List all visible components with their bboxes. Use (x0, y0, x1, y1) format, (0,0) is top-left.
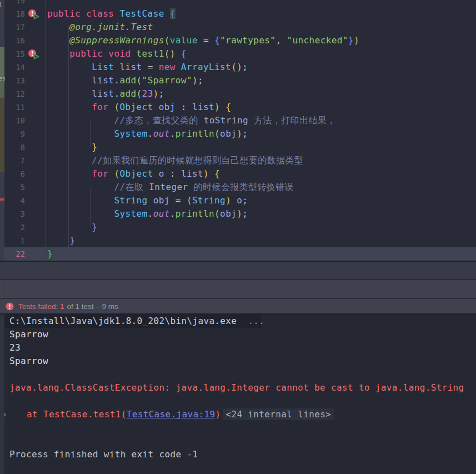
code-line[interactable]: 19 (0, 0, 476, 7)
code-text[interactable]: //如果我们遍历的时候就想得到自己想要的数据类型 (45, 154, 303, 167)
tests-failed-icon (6, 302, 14, 311)
gutter-icon-slot (25, 194, 45, 207)
gutter-icon-slot (25, 234, 45, 247)
gutter-icon-slot (25, 0, 45, 7)
gutter-icon-slot (25, 221, 45, 234)
code-line[interactable]: 18public class TestCase { (0, 7, 476, 21)
code-line[interactable]: 14 List list = new ArrayList(); (0, 61, 476, 74)
console-output-text: Sparrow (9, 329, 48, 340)
stacktrace-text: ) (215, 409, 221, 420)
code-text[interactable]: @SuppressWarnings(value = {"rawtypes", "… (45, 34, 359, 47)
code-text[interactable]: for (Object o : list) { (45, 167, 220, 181)
code-text[interactable]: //在取 Integer 的时候会报类型转换错误 (45, 181, 294, 194)
code-line[interactable]: 11 for (Object obj : list) { (0, 101, 476, 114)
console-line-cmd: C:\Install\Java\jdk1.8.0_202\bin\java.ex… (0, 315, 476, 328)
code-line[interactable]: 7 //如果我们遍历的时候就想得到自己想要的数据类型 (0, 154, 476, 167)
clipped-text-fragment: 1 (0, 1, 2, 8)
gutter-icon-slot (25, 87, 45, 101)
code-text[interactable]: public void test1() { (45, 47, 187, 61)
code-editor[interactable]: 1918public class TestCase {17 @org.junit… (0, 0, 476, 261)
fold-chevron-icon[interactable]: › (2, 408, 7, 421)
console-output-text: Process finished with exit code -1 (9, 449, 198, 460)
test-status-bar: Tests failed: 1 of 1 test – 9 ms (0, 299, 476, 313)
gutter-icon-slot (25, 47, 45, 61)
console-output-text: 23 (9, 342, 21, 353)
command-line-fold[interactable]: ... (237, 316, 264, 326)
left-edge-strip (0, 81, 4, 98)
console-line-blank (0, 421, 476, 435)
clipped-text-fragment: es (0, 75, 6, 82)
console-line-blank (0, 368, 476, 381)
empty-band (0, 262, 476, 279)
gutter-icon-slot (25, 101, 45, 114)
gutter-icon-slot (25, 247, 45, 261)
stacktrace-link[interactable]: TestCase.java:19 (127, 409, 216, 420)
gutter-icon-slot (25, 181, 45, 194)
code-line[interactable]: 16 @SuppressWarnings(value = {"rawtypes"… (0, 34, 476, 47)
code-line[interactable]: 3 System.out.println(obj); (0, 207, 476, 221)
code-line[interactable]: 2 } (0, 221, 476, 234)
code-text[interactable]: System.out.println(obj); (45, 127, 248, 141)
ide-window: 1918public class TestCase {17 @org.junit… (0, 0, 476, 474)
gutter-icon-slot (25, 167, 45, 181)
gutter-icon-slot (25, 21, 45, 34)
gutter-icon-slot (25, 61, 45, 74)
indent-guide (90, 187, 91, 227)
current-code-line[interactable]: 22} (0, 247, 476, 261)
stacktrace-text: at TestCase.test1( (27, 409, 127, 420)
console-line-blank (0, 395, 476, 408)
code-text[interactable]: } (45, 247, 53, 261)
console-line-sys: Process finished with exit code -1 (0, 448, 476, 461)
gutter-icon-slot (25, 114, 45, 127)
left-edge-strip (0, 98, 4, 172)
gutter-icon-slot (25, 74, 45, 87)
indent-guide (68, 27, 69, 247)
code-line[interactable]: 9 System.out.println(obj); (0, 127, 476, 141)
console-output-text: Sparrow (9, 356, 48, 366)
code-line[interactable]: 12 list.add(23); (0, 87, 476, 101)
gutter-icon-slot (25, 141, 45, 154)
code-line[interactable]: 15 public void test1() { (0, 47, 476, 61)
console-line-blank (0, 435, 476, 448)
gutter-separator (45, 0, 46, 261)
console-line-trace[interactable]: ›at TestCase.test1(TestCase.java:19)<24 … (0, 408, 476, 421)
console-line-out: 23 (0, 341, 476, 355)
code-line[interactable]: 13 list.add("Sparrow"); (0, 74, 476, 87)
code-text[interactable]: System.out.println(obj); (45, 207, 248, 221)
toolbar-band (0, 280, 476, 298)
error-stripe-mark (0, 198, 4, 201)
console-line-out: Sparrow (0, 328, 476, 341)
console-line-err: java.lang.ClassCastException: java.lang.… (0, 381, 476, 395)
code-line[interactable]: 1 } (0, 234, 476, 247)
folded-lines-badge[interactable]: <24 internal lines> (223, 408, 334, 420)
gutter-icon-slot (25, 207, 45, 221)
editor-rows: 1918public class TestCase {17 @org.junit… (0, 0, 476, 261)
command-line-text: C:\Install\Java\jdk1.8.0_202\bin\java.ex… (9, 316, 237, 326)
code-line[interactable]: 4 String obj = (String) o; (0, 194, 476, 207)
code-text[interactable]: for (Object obj : list) { (45, 101, 231, 114)
code-line[interactable]: 5 //在取 Integer 的时候会报类型转换错误 (0, 181, 476, 194)
code-text[interactable]: } (45, 234, 75, 247)
tests-summary: of 1 test – 9 ms (67, 302, 118, 311)
console-output-text: java.lang.ClassCastException: java.lang.… (9, 382, 464, 393)
gutter-icon-slot (25, 34, 45, 47)
code-text[interactable]: List list = new ArrayList(); (45, 61, 248, 74)
code-line[interactable]: 8 } (0, 141, 476, 154)
gutter-icon-slot (25, 7, 45, 21)
gutter-icon-slot (25, 127, 45, 141)
console-line-out: Sparrow (0, 355, 476, 368)
code-text[interactable]: //多态，查找父类的 toString 方法，打印出结果， (45, 114, 336, 127)
code-text[interactable]: public class TestCase { (45, 7, 176, 21)
tests-failed-count: Tests failed: 1 (18, 302, 64, 311)
code-text[interactable]: list.add(23); (45, 87, 164, 101)
gutter-icon-slot (25, 154, 45, 167)
run-console[interactable]: C:\Install\Java\jdk1.8.0_202\bin\java.ex… (0, 315, 476, 474)
indent-guide (90, 120, 91, 147)
left-edge-strip (0, 172, 4, 261)
code-line[interactable]: 17 @org.junit.Test (0, 21, 476, 34)
code-text[interactable]: @org.junit.Test (45, 21, 153, 34)
code-line[interactable]: 6 for (Object o : list) { (0, 167, 476, 181)
code-line[interactable]: 10 //多态，查找父类的 toString 方法，打印出结果， (0, 114, 476, 127)
console-rows: C:\Install\Java\jdk1.8.0_202\bin\java.ex… (0, 315, 476, 461)
code-text[interactable]: String obj = (String) o; (45, 194, 248, 207)
